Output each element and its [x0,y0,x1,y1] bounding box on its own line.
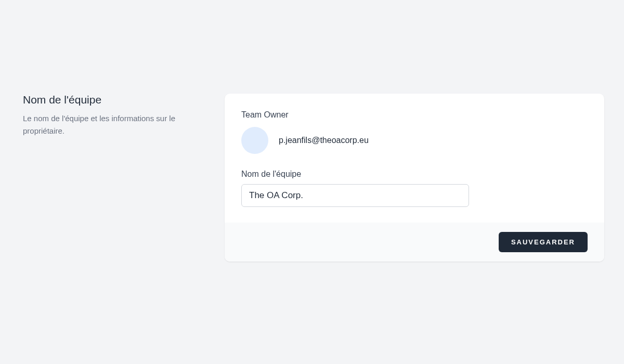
section-info: Nom de l'équipe Le nom de l'équipe et le… [23,94,200,262]
team-name-input[interactable] [241,184,469,207]
owner-email: p.jeanfils@theoacorp.eu [279,136,369,145]
team-settings-card: Team Owner p.jeanfils@theoacorp.eu Nom d… [225,94,604,262]
section-title: Nom de l'équipe [23,94,200,106]
team-owner-row: p.jeanfils@theoacorp.eu [241,127,588,154]
avatar [241,127,268,154]
settings-section: Nom de l'équipe Le nom de l'équipe et le… [0,0,624,262]
card-body: Team Owner p.jeanfils@theoacorp.eu Nom d… [225,94,604,223]
team-name-label: Nom de l'équipe [241,170,588,179]
section-description: Le nom de l'équipe et les informations s… [23,112,200,137]
team-owner-label: Team Owner [241,110,588,120]
card-footer: Sauvegarder [225,223,604,262]
save-button[interactable]: Sauvegarder [499,232,588,252]
